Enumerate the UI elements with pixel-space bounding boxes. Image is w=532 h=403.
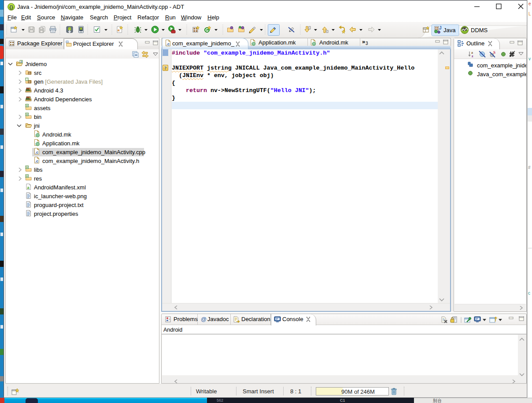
svg-text:a: a — [26, 104, 28, 107]
svg-text:a: a — [26, 174, 28, 177]
svg-text:z: z — [472, 54, 473, 58]
svg-text:J: J — [439, 26, 442, 30]
svg-text:?: ? — [164, 65, 167, 70]
svg-text:{}: {} — [9, 4, 13, 10]
svg-text:DDMS: DDMS — [471, 27, 488, 33]
svg-text:a: a — [118, 28, 120, 32]
svg-text:S: S — [493, 50, 495, 55]
svg-text:Java: Java — [443, 27, 456, 33]
svg-text:a: a — [26, 113, 28, 116]
svg-text:J: J — [21, 60, 22, 63]
svg-text:a: a — [26, 166, 28, 169]
